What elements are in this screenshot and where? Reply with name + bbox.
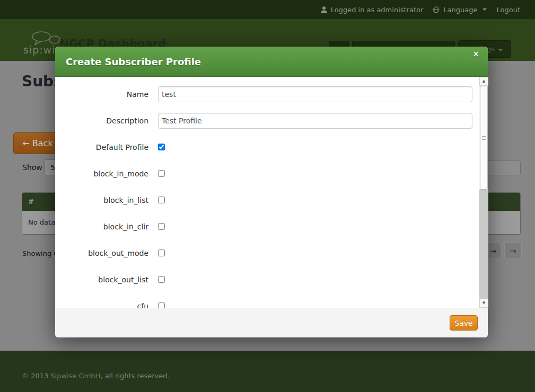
- pagination-last-button[interactable]: ⇒: [504, 243, 522, 259]
- copyright-text: © 2013 Sipwise GmbH, all rights reserved…: [22, 372, 170, 380]
- save-button[interactable]: Save: [450, 315, 478, 331]
- cfu-label: cfu: [55, 302, 148, 308]
- modal-body: Name Description Default Profile block_i…: [55, 77, 488, 308]
- logged-in-status: Logged in as administrator: [321, 6, 424, 14]
- default-profile-label: Default Profile: [55, 144, 148, 151]
- scroll-down-icon[interactable]: ▼: [479, 299, 488, 308]
- block-out-list-checkbox[interactable]: [158, 276, 165, 283]
- logged-in-label: Logged in as administrator: [331, 6, 424, 14]
- name-label: Name: [55, 86, 148, 102]
- top-bar: Logged in as administrator Language Logo…: [0, 0, 535, 19]
- scrollbar-grip: [482, 138, 486, 138]
- top-bar-right: Logged in as administrator Language Logo…: [321, 0, 520, 19]
- logout-link[interactable]: Logout: [496, 6, 520, 14]
- block-in-mode-checkbox[interactable]: [158, 170, 165, 177]
- block-in-mode-label: block_in_mode: [55, 170, 148, 177]
- page-footer: © 2013 Sipwise GmbH, all rights reserved…: [0, 351, 535, 392]
- chevron-down-icon: [483, 8, 487, 11]
- modal-footer: Save: [55, 308, 488, 337]
- modal-scrollbar[interactable]: ▲ ▼: [479, 77, 488, 308]
- language-label: Language: [443, 6, 477, 14]
- block-out-mode-label: block_out_mode: [55, 250, 148, 257]
- close-icon[interactable]: ×: [472, 49, 479, 59]
- scrollbar-thumb[interactable]: [480, 86, 488, 190]
- application-window: Logged in as administrator Language Logo…: [0, 0, 535, 392]
- language-menu[interactable]: Language: [433, 6, 487, 14]
- back-arrow-icon: ←: [22, 138, 32, 148]
- company-link[interactable]: Sipwise GmbH: [50, 372, 100, 380]
- block-in-clir-checkbox[interactable]: [158, 223, 165, 230]
- block-out-list-label: block_out_list: [55, 276, 148, 283]
- show-entries-label: Show: [22, 163, 42, 172]
- scroll-up-icon[interactable]: ▲: [479, 77, 488, 86]
- scrollbar-track[interactable]: [479, 190, 488, 299]
- block-out-mode-checkbox[interactable]: [158, 250, 165, 256]
- modal-title: Create Subscriber Profile: [66, 47, 201, 77]
- chevron-down-icon: [498, 49, 503, 51]
- block-in-list-checkbox[interactable]: [158, 197, 165, 203]
- description-label: Description: [55, 113, 148, 129]
- description-field[interactable]: [158, 113, 472, 129]
- globe-icon: [433, 6, 440, 13]
- block-in-clir-label: block_in_clir: [55, 223, 148, 230]
- block-in-list-label: block_in_list: [55, 197, 148, 204]
- modal-header: Create Subscriber Profile ×: [55, 47, 488, 77]
- cfu-checkbox[interactable]: [158, 302, 165, 308]
- logout-label: Logout: [496, 6, 520, 14]
- default-profile-checkbox[interactable]: [158, 144, 165, 150]
- user-icon: [321, 6, 327, 13]
- name-field[interactable]: [158, 86, 472, 102]
- create-subscriber-profile-modal: Create Subscriber Profile × Name Descrip…: [55, 47, 488, 337]
